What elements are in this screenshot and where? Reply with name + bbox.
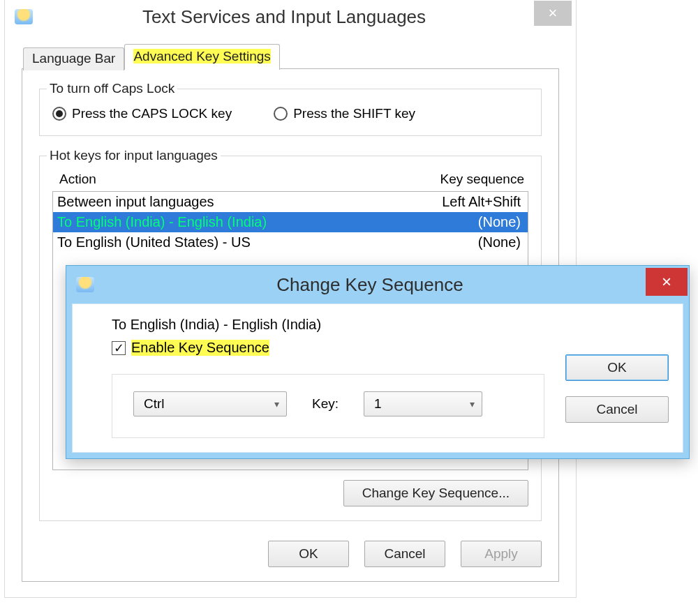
tab-advanced-key-settings[interactable]: Advanced Key Settings — [124, 44, 279, 70]
modifier-combo[interactable]: Ctrl ▾ — [133, 391, 287, 416]
dialog-title: Text Services and Input Languages — [34, 6, 534, 28]
change-key-sequence-button[interactable]: Change Key Sequence... — [343, 480, 528, 506]
capslock-legend: To turn off Caps Lock — [47, 81, 177, 96]
close-icon[interactable]: × — [534, 1, 572, 26]
radio-shift[interactable]: Press the SHIFT key — [274, 106, 415, 121]
child-title: Change Key Sequence — [94, 274, 646, 296]
hotkey-row[interactable]: To English (United States) - US (None) — [53, 232, 528, 253]
tab-language-bar[interactable]: Language Bar — [23, 47, 124, 70]
enable-key-sequence-checkbox[interactable]: ✓ Enable Key Sequence — [112, 340, 544, 356]
cancel-button[interactable]: Cancel — [364, 541, 445, 567]
key-combo[interactable]: 1 ▾ — [364, 391, 482, 416]
apply-button: Apply — [461, 541, 542, 567]
hotkey-row[interactable]: To English (India) - English (India) (No… — [53, 212, 528, 232]
hotkey-sequence: Left Alt+Shift — [442, 194, 521, 210]
child-client: To English (India) - English (India) ✓ E… — [72, 303, 683, 453]
hotkey-action: To English (India) - English (India) — [57, 214, 267, 230]
child-caption: To English (India) - English (India) — [112, 317, 544, 333]
chevron-down-icon: ▾ — [470, 398, 475, 410]
radio-icon — [274, 107, 288, 121]
radio-capslock[interactable]: Press the CAPS LOCK key — [52, 106, 232, 121]
hotkey-action: To English (United States) - US — [57, 234, 251, 250]
radio-icon — [52, 107, 66, 121]
ok-button[interactable]: OK — [268, 541, 349, 567]
chevron-down-icon: ▾ — [274, 398, 279, 410]
close-icon[interactable]: × — [646, 268, 688, 296]
titlebar[interactable]: Text Services and Input Languages × — [5, 0, 576, 33]
radio-label: Press the SHIFT key — [293, 106, 415, 121]
capslock-group: To turn off Caps Lock Press the CAPS LOC… — [39, 89, 542, 136]
child-titlebar[interactable]: Change Key Sequence × — [66, 266, 689, 303]
change-key-sequence-dialog: Change Key Sequence × To English (India)… — [66, 265, 690, 459]
radio-label: Press the CAPS LOCK key — [72, 106, 232, 121]
col-sequence: Key sequence — [440, 172, 524, 187]
app-icon — [15, 9, 33, 24]
col-action: Action — [59, 172, 96, 187]
dialog-button-row: OK Cancel Apply — [39, 541, 542, 567]
cancel-button[interactable]: Cancel — [565, 396, 669, 423]
checkbox-icon: ✓ — [112, 341, 126, 355]
hotkey-header: Action Key sequence — [52, 169, 528, 191]
hotkey-action: Between input languages — [57, 194, 214, 210]
combo-value: 1 — [374, 396, 382, 412]
tab-label: Advanced Key Settings — [133, 49, 270, 63]
hotkeys-legend: Hot keys for input languages — [47, 148, 221, 163]
tab-label: Language Bar — [32, 51, 115, 66]
key-sequence-row: Ctrl ▾ Key: 1 ▾ — [112, 374, 544, 438]
key-label: Key: — [312, 396, 339, 412]
ok-button[interactable]: OK — [565, 354, 669, 381]
hotkey-row[interactable]: Between input languages Left Alt+Shift — [53, 192, 528, 212]
tab-strip: Language Bar Advanced Key Settings — [23, 43, 559, 69]
combo-value: Ctrl — [144, 396, 165, 412]
hotkey-sequence: (None) — [478, 234, 521, 250]
checkbox-label: Enable Key Sequence — [131, 340, 269, 356]
hotkey-sequence: (None) — [478, 214, 521, 230]
app-icon — [76, 277, 94, 292]
